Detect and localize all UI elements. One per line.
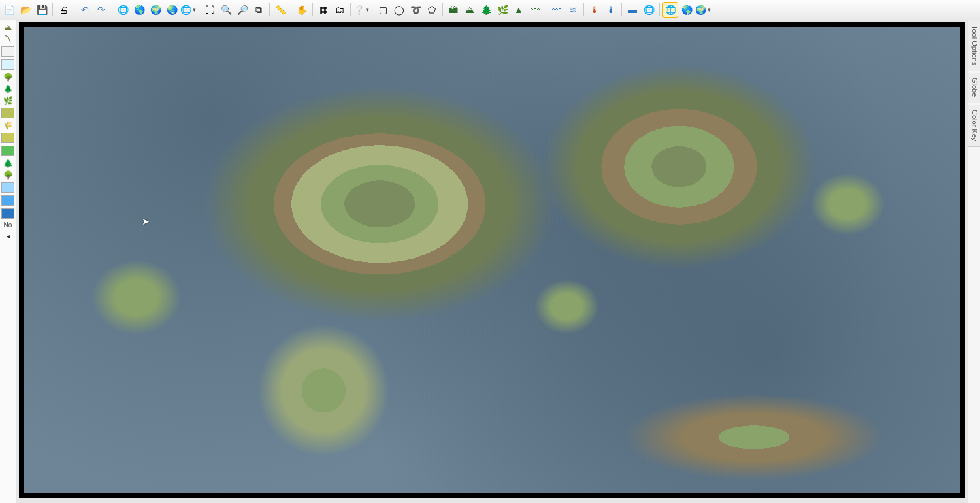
toolbar-separator bbox=[659, 3, 660, 16]
layer-pine-icon[interactable]: 🌲 bbox=[2, 84, 14, 93]
temperature-up-icon[interactable]: 🌡 bbox=[587, 2, 602, 18]
globe-more-icon[interactable]: 🌐▾ bbox=[180, 2, 196, 18]
render-globe-icon[interactable]: 🌎 bbox=[679, 2, 694, 18]
layers-icon[interactable]: 🗂 bbox=[332, 2, 348, 18]
layer-water-mid-swatch[interactable] bbox=[1, 195, 14, 206]
select-ellipse-icon[interactable]: ◯ bbox=[391, 2, 407, 18]
save-icon[interactable]: 💾 bbox=[34, 2, 50, 18]
toolbar-separator bbox=[442, 3, 443, 16]
layer-blank-swatch[interactable] bbox=[1, 46, 14, 57]
map-canvas[interactable]: ➤ bbox=[19, 22, 965, 498]
select-lasso-icon[interactable]: ➰ bbox=[408, 2, 423, 18]
right-sidebar: Tool OptionsGlobeColor Key bbox=[968, 20, 980, 503]
dropdown-caret-icon: ▾ bbox=[365, 7, 369, 13]
globe-alt-icon[interactable]: 🌏 bbox=[164, 2, 180, 18]
layer-grass-swatch[interactable] bbox=[1, 108, 14, 118]
sidebar-collapse-icon[interactable]: ◂ bbox=[7, 231, 10, 240]
globe-icon[interactable]: 🌐 bbox=[115, 2, 131, 18]
layer-shrub-icon[interactable]: 🌿 bbox=[2, 96, 14, 105]
pan-icon[interactable]: ✋ bbox=[294, 2, 310, 18]
planet-icon[interactable]: 🌐 bbox=[641, 2, 657, 18]
toolbar-separator bbox=[546, 3, 546, 16]
terrain-mountain-icon[interactable]: 🏔 bbox=[446, 2, 461, 18]
layer-darkforest-icon[interactable]: 🌲 bbox=[2, 159, 14, 168]
zoom-window-icon[interactable]: ⧉ bbox=[251, 2, 267, 18]
color-key-tab[interactable]: Color Key bbox=[968, 105, 980, 147]
zoom-extents-icon[interactable]: ⛶ bbox=[202, 2, 218, 18]
select-poly-icon[interactable]: ⬠ bbox=[424, 2, 440, 18]
river-edit-icon[interactable]: ≋ bbox=[565, 2, 581, 18]
main-area: ⛰〽🌳🌲🌿🌾🌲🌳No◂ ➤ Tool OptionsGlobeColor Key bbox=[0, 20, 980, 503]
grid-icon[interactable]: ▦ bbox=[316, 2, 331, 18]
select-rect-icon[interactable]: ▢ bbox=[375, 2, 391, 18]
toolbar-separator bbox=[112, 3, 112, 16]
layer-forest-icon[interactable]: 🌳 bbox=[2, 73, 14, 82]
layer-water-shallow-swatch[interactable] bbox=[1, 182, 14, 193]
ocean-tool-icon[interactable]: ▬ bbox=[625, 2, 640, 18]
layer-ice-swatch[interactable] bbox=[1, 59, 14, 70]
terrain-plains-icon[interactable]: 〰 bbox=[527, 2, 543, 18]
layer-jungle-icon[interactable]: 🌳 bbox=[2, 170, 14, 180]
terrain-hill-icon[interactable]: ⛰ bbox=[462, 2, 478, 18]
open-file-icon[interactable]: 📂 bbox=[18, 2, 33, 18]
toolbar-separator bbox=[350, 3, 351, 16]
new-file-icon[interactable]: 📄 bbox=[1, 2, 17, 18]
terrain-forest-icon[interactable]: 🌲 bbox=[478, 2, 494, 18]
dropdown-caret-icon: ▾ bbox=[191, 7, 196, 13]
toolbar-separator bbox=[312, 3, 313, 16]
temperature-down-icon[interactable]: 🌡 bbox=[603, 2, 619, 18]
toolbar-separator bbox=[199, 3, 199, 16]
tool-options-tab[interactable]: Tool Options bbox=[968, 20, 980, 71]
layer-hills-icon[interactable]: 〽 bbox=[2, 35, 14, 44]
cursor-icon: ➤ bbox=[142, 216, 150, 227]
terrain-marsh-icon[interactable]: 🌿 bbox=[495, 2, 510, 18]
layer-dry-swatch[interactable] bbox=[1, 133, 14, 143]
toolbar-separator bbox=[291, 3, 291, 16]
toolbar-separator bbox=[74, 3, 74, 16]
layer-terrain-icon[interactable]: ⛰ bbox=[2, 23, 14, 32]
globe-brown-icon[interactable]: 🌎 bbox=[131, 2, 147, 18]
toolbar-separator bbox=[52, 3, 53, 16]
layer-savanna-icon[interactable]: 🌾 bbox=[2, 121, 14, 130]
help-icon[interactable]: ❔▾ bbox=[353, 2, 369, 18]
print-icon[interactable]: 🖨 bbox=[56, 2, 71, 18]
undo-icon[interactable]: ↶ bbox=[77, 2, 93, 18]
toolbar-separator bbox=[583, 3, 584, 16]
dropdown-caret-icon: ▾ bbox=[706, 7, 711, 13]
river-tool-icon[interactable]: 〰 bbox=[549, 2, 564, 18]
canvas-wrap: ➤ bbox=[16, 20, 968, 503]
render-highlight-icon[interactable]: 🌐 bbox=[662, 2, 678, 18]
left-sidebar: ⛰〽🌳🌲🌿🌾🌲🌳No◂ bbox=[0, 20, 16, 503]
toolbar-separator bbox=[269, 3, 270, 16]
toolbar-separator bbox=[621, 3, 622, 16]
render-globe-alt-icon[interactable]: 🌍▾ bbox=[695, 2, 711, 18]
toolbar-separator bbox=[372, 3, 372, 16]
redo-icon[interactable]: ↷ bbox=[93, 2, 109, 18]
ruler-icon[interactable]: 📏 bbox=[272, 2, 288, 18]
zoom-in-icon[interactable]: 🔍 bbox=[218, 2, 234, 18]
main-toolbar: 📄📂💾🖨↶↷🌐🌎🌍🌏🌐▾⛶🔍🔎⧉📏✋▦🗂❔▾▢◯➰⬠🏔⛰🌲🌿▲〰〰≋🌡🌡▬🌐🌐🌎… bbox=[0, 0, 980, 20]
zoom-out-icon[interactable]: 🔎 bbox=[235, 2, 250, 18]
layer-green-swatch[interactable] bbox=[1, 146, 14, 156]
globe-tab[interactable]: Globe bbox=[968, 73, 980, 103]
layer-water-deep-swatch[interactable] bbox=[1, 208, 14, 219]
palette-none-label[interactable]: No bbox=[0, 221, 16, 229]
globe-green-icon[interactable]: 🌍 bbox=[148, 2, 163, 18]
terrain-desert-icon[interactable]: ▲ bbox=[511, 2, 527, 18]
